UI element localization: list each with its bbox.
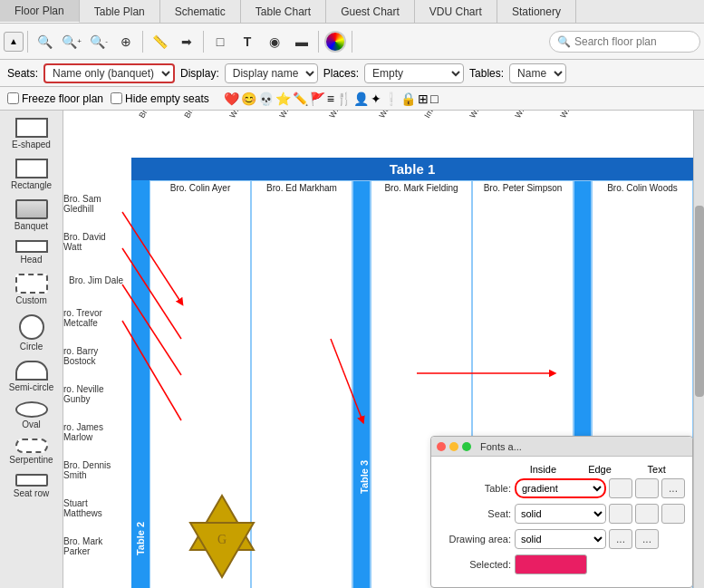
fonts-drawing-edge-dots[interactable]: ... [635, 529, 659, 549]
hide-empty-label[interactable]: Hide empty seats [111, 92, 209, 105]
fonts-drawing-select[interactable]: solid [515, 529, 606, 549]
left-names-column: Bro. Sam Gledhill Bro. David Watt Bro. J… [63, 185, 127, 565]
panel-close-button[interactable] [437, 442, 446, 451]
fonts-panel-body: Inside Edge Text Table: gradient ... [431, 457, 692, 587]
fonts-seat-select[interactable]: solid [515, 504, 606, 524]
lock-emoji[interactable]: 🔒 [400, 92, 416, 106]
sidebar-item-custom[interactable]: Custom [4, 270, 60, 309]
table-1-title: Table 1 [131, 158, 693, 180]
star-emoji[interactable]: ⭐ [275, 92, 291, 106]
left-name-4: ro. Barry Bostock [63, 337, 127, 375]
fonts-table-select[interactable]: gradient [515, 478, 606, 498]
hide-empty-checkbox[interactable] [111, 92, 122, 104]
fonts-table-row: Table: gradient ... [439, 478, 685, 498]
search-input[interactable] [574, 35, 692, 48]
top-name-9: W.Bro. John Br... [558, 111, 596, 120]
panel-maximize-button[interactable] [462, 442, 471, 451]
lines-emoji[interactable]: ≡ [327, 92, 334, 106]
fonts-seat-text-color[interactable] [661, 504, 685, 524]
sidebar-item-oval[interactable]: Oval [4, 398, 60, 433]
e-shaped-label: E-shaped [12, 140, 51, 149]
sidebar-item-e-shaped[interactable]: E-shaped [4, 114, 60, 153]
fonts-table-text-dots[interactable]: ... [661, 478, 685, 498]
arrow-button[interactable]: ➡ [174, 29, 199, 54]
toolbar-separator-5 [352, 31, 352, 53]
table-3-vertical[interactable]: Table 3 [352, 180, 371, 588]
canvas-area[interactable]: Bro. Tim Lo... Bro. Alex R... W.Bro. Joh… [63, 111, 704, 588]
fonts-seat-inside-color[interactable] [609, 504, 632, 524]
color-icon[interactable] [323, 29, 348, 54]
banquet-label: Banquet [14, 221, 48, 231]
display-select[interactable]: Display name [225, 63, 318, 83]
shape-tool-button[interactable]: ◉ [262, 29, 287, 54]
tab-vdu-chart[interactable]: VDU Chart [415, 0, 497, 23]
freeze-checkbox[interactable] [7, 92, 19, 104]
fonts-table-label: Table: [439, 483, 511, 494]
line-tool-button[interactable]: ▬ [289, 29, 314, 54]
sidebar-item-serpentine[interactable]: Serpentine [4, 435, 60, 468]
star2-emoji[interactable]: ✦ [371, 92, 381, 106]
display-label: Display: [180, 67, 219, 80]
rect-tool-button[interactable]: □ [207, 29, 233, 54]
exclaim-emoji[interactable]: ❕ [383, 92, 399, 106]
zoom-fit-button[interactable]: ⊕ [113, 29, 139, 54]
table-1-container[interactable]: Table 1 Table 2 Bro. Colin Ayer Bro. Ed … [131, 158, 693, 479]
person-emoji[interactable]: 👤 [353, 92, 369, 106]
flag-emoji[interactable]: 🚩 [310, 92, 325, 106]
ruler-button[interactable]: 📏 [147, 29, 172, 54]
oval-label: Oval [22, 419, 41, 429]
toolbar-separator-2 [142, 31, 143, 53]
zoom-out-button[interactable]: 🔍- [86, 29, 111, 54]
tab-table-plan[interactable]: Table Plan [80, 0, 160, 23]
sidebar-item-head[interactable]: Head [4, 236, 60, 268]
pencil-emoji[interactable]: ✏️ [293, 92, 308, 106]
blank-emoji[interactable]: □ [430, 92, 438, 106]
sidebar-item-banquet[interactable]: Banquet [4, 196, 60, 235]
top-name-3: W.Bro. Chris ... [277, 111, 313, 120]
freeze-label[interactable]: Freeze floor plan [7, 92, 103, 105]
tab-stationery[interactable]: Stationery [497, 0, 576, 23]
fonts-col-edge: Edge [572, 464, 629, 475]
left-name-3: ro. Trevor Metcalfe [63, 299, 127, 337]
sidebar-item-seat-row[interactable]: Seat row [4, 470, 60, 502]
e-shaped-icon [15, 118, 48, 138]
tab-table-chart[interactable]: Table Chart [241, 0, 326, 23]
oval-icon [15, 401, 48, 418]
sidebar-item-rectangle[interactable]: Rectangle [4, 155, 60, 194]
grid-emoji[interactable]: ⊞ [418, 92, 429, 106]
fork-emoji[interactable]: 🍴 [336, 92, 352, 106]
fonts-seat-controls: solid [515, 504, 685, 524]
fonts-selected-color[interactable] [515, 554, 587, 574]
heart-emoji[interactable]: ❤️ [224, 92, 239, 106]
left-name-0: Bro. Sam Gledhill [63, 185, 127, 223]
sidebar-item-circle[interactable]: Circle [4, 311, 60, 355]
smile-emoji[interactable]: 😊 [241, 92, 256, 106]
rectangle-icon [15, 159, 48, 178]
collapse-button[interactable]: ▲ [4, 32, 24, 52]
semicircle-icon [15, 361, 48, 381]
search-icon: 🔍 [557, 35, 571, 48]
skull-emoji[interactable]: 💀 [258, 92, 274, 106]
serpentine-icon [15, 439, 48, 453]
sidebar-item-semicircle[interactable]: Semi-circle [4, 357, 60, 396]
fonts-table-inside-color[interactable] [609, 478, 632, 498]
tab-guest-chart[interactable]: Guest Chart [326, 0, 415, 23]
fonts-col-headers: Inside Edge Text [439, 464, 685, 475]
tables-select[interactable]: Name [509, 63, 566, 83]
tab-floor-plan[interactable]: Floor Plan [0, 0, 80, 23]
fonts-drawing-label: Drawing area: [439, 534, 511, 545]
fonts-seat-edge-color[interactable] [635, 504, 659, 524]
fonts-table-edge-color[interactable] [635, 478, 659, 498]
places-select[interactable]: Empty [364, 63, 464, 83]
seats-select[interactable]: Name only (banquet) [43, 63, 175, 83]
zoom-in-button[interactable]: 🔍+ [59, 29, 84, 54]
fonts-drawing-inside-dots[interactable]: ... [609, 529, 632, 549]
text-tool-button[interactable]: T [235, 29, 260, 54]
scrollbar-thumb[interactable] [695, 206, 704, 397]
tab-schematic[interactable]: Schematic [160, 0, 241, 23]
top-name-1: Bro. Alex R... [182, 111, 214, 120]
panel-minimize-button[interactable] [449, 442, 458, 451]
vertical-scrollbar[interactable] [693, 111, 704, 588]
zoom-button[interactable]: 🔍 [32, 29, 57, 54]
masonic-logo-area: G [131, 484, 313, 588]
